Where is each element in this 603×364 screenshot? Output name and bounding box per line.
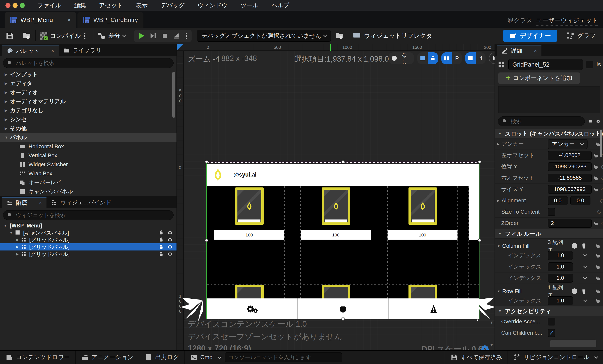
play-button[interactable] bbox=[136, 31, 147, 41]
grid-snap-toggle[interactable] bbox=[465, 52, 476, 64]
cursor-mode-button[interactable] bbox=[489, 53, 495, 64]
reset-icon[interactable] bbox=[592, 186, 599, 192]
palette-item-horizontal-box[interactable]: Horizontal Box bbox=[0, 142, 176, 151]
reset-icon[interactable] bbox=[595, 298, 601, 304]
bind-diamond-icon[interactable]: ◇ bbox=[601, 175, 603, 181]
trash-icon[interactable] bbox=[580, 242, 588, 249]
position-y-input[interactable]: -1098.290283 bbox=[548, 162, 592, 171]
resize-handle[interactable] bbox=[205, 239, 208, 242]
diff-button[interactable]: 差分 bbox=[98, 28, 125, 44]
save-icon[interactable] bbox=[5, 32, 14, 40]
palette-item-vertical-box[interactable]: Vertical Box bbox=[0, 151, 176, 160]
reset-icon[interactable] bbox=[595, 275, 601, 281]
reset-icon[interactable] bbox=[595, 288, 601, 294]
compile-button[interactable]: ✓ コンパイル bbox=[40, 28, 81, 44]
cmd-dropdown[interactable]: Cmd bbox=[185, 351, 222, 364]
eye-icon[interactable] bbox=[167, 244, 173, 250]
tab-hierarchy[interactable]: 階層 × bbox=[2, 197, 46, 208]
resize-handle[interactable] bbox=[478, 160, 481, 163]
add-component-button[interactable]: + コンポーネントを追加 bbox=[498, 72, 580, 84]
chevron-down-icon[interactable] bbox=[583, 275, 587, 279]
reset-icon[interactable] bbox=[595, 252, 601, 259]
tab-palette[interactable]: パレット × bbox=[2, 45, 59, 56]
palette-category-synth[interactable]: ▶シンセ bbox=[0, 115, 176, 124]
compile-options-kebab-icon[interactable] bbox=[84, 32, 85, 39]
menu-help[interactable]: ヘルプ bbox=[271, 1, 289, 10]
lock-widgets-toggle[interactable] bbox=[428, 52, 438, 64]
resize-handle[interactable] bbox=[478, 239, 481, 242]
tab-widget-bind[interactable]: ウィジェ...バインド bbox=[46, 197, 116, 208]
tab-wbp-menu[interactable]: ♥ WBP_Menu × bbox=[5, 12, 76, 28]
anchor-dropdown[interactable]: アンカー bbox=[548, 139, 588, 149]
tree-row-grid-panel-2-selected[interactable]: ▶ [グリッドパネル] bbox=[0, 243, 176, 250]
browse-asset-icon[interactable] bbox=[22, 31, 31, 41]
bind-diamond-icon[interactable]: ◇ bbox=[600, 197, 603, 204]
override-accessible-checkbox[interactable] bbox=[548, 318, 555, 326]
widget-reflector-button[interactable]: ウィジェットリフレクタ bbox=[353, 28, 432, 44]
palette-search-input[interactable] bbox=[16, 60, 170, 66]
lock-icon[interactable] bbox=[159, 237, 164, 243]
lock-icon[interactable] bbox=[159, 230, 164, 235]
palette-category-audio-material[interactable]: ▶オーディオマテリアル bbox=[0, 97, 176, 106]
content-drawer-button[interactable]: コンテンツドロワー bbox=[0, 351, 75, 364]
debug-object-dropdown[interactable]: デバッグオブジェクトが選択されていません bbox=[197, 30, 331, 42]
grid-snap-size-button[interactable]: 4 bbox=[476, 52, 486, 64]
settings-gear-icon[interactable] bbox=[596, 117, 600, 125]
eye-icon[interactable] bbox=[167, 237, 173, 243]
zorder-input[interactable]: 2 bbox=[548, 219, 592, 228]
tree-row-canvas-panel[interactable]: ▼ [キャンバスパネル] bbox=[0, 229, 176, 236]
bind-diamond-icon[interactable]: ◇ bbox=[601, 186, 603, 192]
eye-icon[interactable] bbox=[167, 251, 173, 257]
chevron-down-icon[interactable] bbox=[583, 253, 587, 257]
palette-category-panel[interactable]: ▼パネル bbox=[0, 133, 176, 142]
console-command-field[interactable] bbox=[225, 352, 342, 362]
console-command-input[interactable] bbox=[228, 354, 338, 361]
save-status-button[interactable]: すべて保存済み bbox=[445, 351, 508, 364]
reset-icon[interactable] bbox=[595, 264, 601, 270]
index-value-input[interactable]: 1.0 bbox=[548, 251, 573, 260]
selected-widget-frame[interactable]: @syui.ai bbox=[207, 162, 479, 319]
designer-mode-button[interactable]: デザイナー bbox=[503, 30, 557, 42]
scroll-down-icon[interactable]: ▼ bbox=[490, 320, 494, 325]
slot-section-header[interactable]: ▼スロット (キャンバスパネルスロット) bbox=[495, 129, 603, 138]
tab-wbp-cardentry[interactable]: ♥ WBP_CardEntry bbox=[78, 12, 143, 28]
palette-category-uncategorized[interactable]: ▶カテゴリなし bbox=[0, 106, 176, 115]
tree-row-root[interactable]: ▼ [WBP_Menu] bbox=[0, 222, 176, 229]
widget-outline-toggle[interactable] bbox=[441, 52, 452, 64]
close-window-button[interactable] bbox=[5, 3, 11, 8]
scroll-down-icon[interactable]: ▼ bbox=[490, 343, 494, 347]
add-element-icon[interactable] bbox=[571, 242, 578, 249]
tree-row-grid-panel-3[interactable]: ▶ [グリッドパネル] bbox=[0, 250, 176, 258]
frame-skip-button[interactable] bbox=[147, 31, 159, 41]
menu-debug[interactable]: デバッグ bbox=[161, 1, 185, 10]
animation-button[interactable]: アニメーション bbox=[76, 351, 139, 364]
alignment-y-input[interactable]: 0.0 bbox=[570, 196, 591, 205]
right-offset-input[interactable]: -11.89585 bbox=[548, 174, 592, 182]
widget-name-field[interactable]: GridPanel_52 bbox=[508, 59, 583, 70]
menu-edit[interactable]: 編集 bbox=[74, 1, 86, 10]
size-to-content-checkbox[interactable] bbox=[548, 208, 555, 216]
palette-search[interactable] bbox=[3, 58, 174, 68]
fill-rules-section-header[interactable]: ▼フィル ルール bbox=[495, 229, 603, 238]
close-panel-icon[interactable]: × bbox=[39, 200, 42, 206]
close-panel-icon[interactable]: × bbox=[51, 48, 54, 54]
palette-scrollbar[interactable] bbox=[172, 72, 175, 118]
hierarchy-search[interactable] bbox=[3, 210, 174, 220]
respect-locks-button[interactable]: R bbox=[452, 52, 462, 64]
close-panel-icon[interactable]: × bbox=[534, 48, 537, 54]
palette-category-input[interactable]: ▶インプット bbox=[0, 70, 176, 79]
resize-handle[interactable] bbox=[341, 317, 345, 321]
hierarchy-search-input[interactable] bbox=[16, 212, 170, 218]
play-options-kebab-icon[interactable] bbox=[186, 32, 187, 39]
details-search-input[interactable] bbox=[511, 118, 581, 125]
chevron-down-icon[interactable] bbox=[583, 264, 587, 268]
lock-icon[interactable] bbox=[159, 244, 164, 250]
tab-library[interactable]: ライブラリ bbox=[59, 45, 106, 56]
index-value-input[interactable]: 1.0 bbox=[548, 262, 573, 271]
lock-icon[interactable] bbox=[159, 251, 164, 257]
palette-category-other[interactable]: ▶その他 bbox=[0, 124, 176, 133]
selection-outline-toggle[interactable] bbox=[417, 52, 428, 64]
preview-language-button[interactable]: なし bbox=[400, 52, 414, 64]
bind-diamond-icon[interactable]: ◇ bbox=[597, 209, 601, 215]
reset-icon[interactable] bbox=[595, 243, 601, 249]
